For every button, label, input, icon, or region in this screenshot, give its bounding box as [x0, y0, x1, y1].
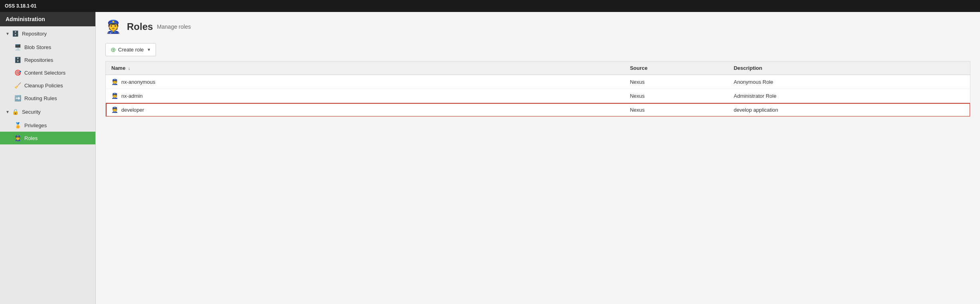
content-selectors-icon: 🎯	[14, 69, 21, 76]
col-header-name[interactable]: Name ↓	[106, 61, 624, 75]
cell-description-nx-admin: Administrator Role	[728, 89, 970, 103]
sidebar-item-routing-rules-label: Routing Rules	[24, 95, 57, 101]
cell-source-nx-admin: Nexus	[624, 89, 728, 103]
create-role-label: Create role	[118, 47, 144, 53]
table-row[interactable]: 👮nx-anonymousNexusAnonymous Role	[106, 75, 970, 89]
toolbar: ⊕ Create role ▼	[96, 40, 980, 61]
cell-name-nx-anonymous: 👮nx-anonymous	[106, 75, 624, 89]
table-header-row: Name ↓ Source Description	[106, 61, 970, 75]
sidebar-header: Administration	[0, 12, 95, 26]
sidebar-section-security[interactable]: ▼ 🔒 Security	[0, 105, 95, 119]
sidebar-item-blob-stores[interactable]: 🖥️ Blob Stores	[0, 41, 95, 53]
repositories-icon: 🗄️	[14, 57, 21, 63]
add-icon: ⊕	[111, 46, 116, 53]
page-subtitle: Manage roles	[157, 24, 191, 30]
col-description-label: Description	[734, 65, 763, 71]
role-icon: 👮	[111, 93, 118, 99]
sidebar-item-privileges[interactable]: 🏅 Privileges	[0, 119, 95, 132]
cell-source-nx-anonymous: Nexus	[624, 75, 728, 89]
app-version: OSS 3.18.1-01	[5, 3, 36, 9]
page-title: Roles	[127, 21, 153, 32]
role-icon: 👮	[111, 107, 118, 113]
table-row[interactable]: 👮nx-adminNexusAdministrator Role	[106, 89, 970, 103]
role-name: nx-admin	[121, 93, 142, 99]
col-source-label: Source	[630, 65, 648, 71]
sidebar-item-content-selectors-label: Content Selectors	[24, 70, 65, 76]
sidebar-item-cleanup-policies[interactable]: 🧹 Cleanup Policies	[0, 79, 95, 92]
dropdown-arrow-icon: ▼	[147, 47, 151, 52]
role-name: nx-anonymous	[121, 79, 155, 85]
main-content: 👮 Roles Manage roles ⊕ Create role ▼ Nam…	[96, 12, 980, 304]
security-icon: 🔒	[12, 109, 19, 115]
sort-arrow-icon: ↓	[128, 66, 130, 71]
sidebar-item-routing-rules[interactable]: ➡️ Routing Rules	[0, 92, 95, 105]
table-row[interactable]: 👮developerNexusdevelop application	[106, 103, 970, 117]
privileges-icon: 🏅	[14, 122, 21, 128]
sidebar-section-repository[interactable]: ▼ 🗄️ Repository	[0, 26, 95, 41]
chevron-down-icon: ▼	[6, 32, 10, 36]
col-header-description[interactable]: Description	[728, 61, 970, 75]
col-name-label: Name	[111, 65, 125, 71]
page-header-icon: 👮	[105, 19, 121, 34]
cell-source-developer: Nexus	[624, 103, 728, 117]
col-header-source[interactable]: Source	[624, 61, 728, 75]
cell-name-developer: 👮developer	[106, 103, 624, 117]
sidebar-item-content-selectors[interactable]: 🎯 Content Selectors	[0, 66, 95, 79]
sidebar-item-blob-stores-label: Blob Stores	[24, 44, 51, 50]
cell-description-nx-anonymous: Anonymous Role	[728, 75, 970, 89]
sidebar-item-repositories[interactable]: 🗄️ Repositories	[0, 53, 95, 66]
cleanup-policies-icon: 🧹	[14, 82, 21, 89]
cell-name-nx-admin: 👮nx-admin	[106, 89, 624, 103]
sidebar-item-repositories-label: Repositories	[24, 57, 53, 63]
repository-icon: 🗄️	[12, 30, 19, 37]
role-icon: 👮	[111, 79, 118, 85]
sidebar-item-roles-label: Roles	[24, 135, 38, 141]
create-role-button[interactable]: ⊕ Create role ▼	[105, 43, 156, 56]
routing-rules-icon: ➡️	[14, 95, 21, 101]
chevron-down-icon-security: ▼	[6, 110, 10, 114]
sidebar-item-cleanup-policies-label: Cleanup Policies	[24, 83, 63, 89]
roles-table: Name ↓ Source Description 👮nx-anonymousN…	[105, 61, 970, 117]
cell-description-developer: develop application	[728, 103, 970, 117]
sidebar: Administration ▼ 🗄️ Repository 🖥️ Blob S…	[0, 12, 96, 304]
page-header: 👮 Roles Manage roles	[96, 12, 980, 40]
role-name: developer	[121, 107, 144, 113]
sidebar-item-privileges-label: Privileges	[24, 122, 47, 128]
sidebar-section-repository-label: Repository	[22, 31, 47, 37]
sidebar-section-security-label: Security	[22, 109, 41, 115]
blob-stores-icon: 🖥️	[14, 44, 21, 50]
sidebar-item-roles[interactable]: 👮 Roles	[0, 132, 95, 144]
roles-icon: 👮	[14, 135, 21, 141]
